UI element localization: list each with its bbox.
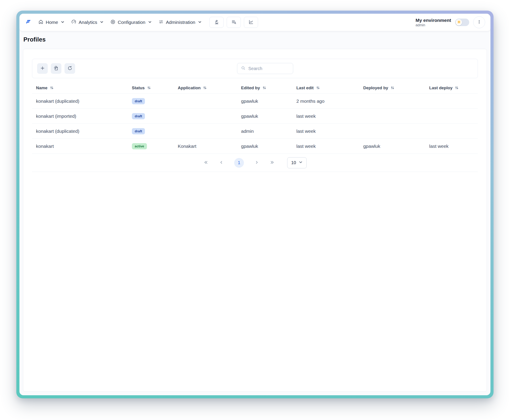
microscope-icon [214,19,219,26]
add-profile-button[interactable] [37,63,48,74]
page-title: Profiles [23,36,487,43]
table-row[interactable]: konakart (duplicated) draft admin last w… [32,124,478,139]
table-toolbar [32,59,478,78]
chevron-down-icon [100,20,104,25]
chevron-left-icon [219,160,224,166]
column-header-application: Application [174,85,237,90]
status-badge: draft [132,98,145,104]
sort-icon[interactable] [455,86,459,90]
pagination: 1 10 [32,154,478,172]
nav-item-label: Home [46,20,58,25]
theme-toggle[interactable] [455,19,469,26]
theme-toggle-knob [456,19,462,25]
cell-status: active [128,143,174,149]
nav-item-configuration[interactable]: Configuration [107,17,155,28]
cell-name: konakart [32,144,128,149]
table-row[interactable]: konakart (duplicated) draft gpawluk 2 mo… [32,94,478,109]
status-badge: draft [132,128,145,134]
sort-icon[interactable] [203,86,207,90]
page-size-select[interactable]: 10 [287,157,307,168]
chevron-right-icon [254,160,259,166]
cell-edited-by: gpawluk [237,98,292,104]
sort-icon[interactable] [390,86,395,90]
nav-item-label: Analytics [79,20,97,25]
table-row[interactable]: konakart (imported) draft gpawluk last w… [32,109,478,124]
chevron-down-icon [299,160,303,165]
plus-icon [40,65,45,72]
cell-last-edit: last week [292,113,359,119]
search-input[interactable] [248,66,289,71]
previous-page-button[interactable] [219,160,224,166]
table-header: Name Status Application Edited by Last e… [32,82,478,94]
cell-last-edit: last week [292,128,359,134]
cell-status: draft [128,98,174,104]
column-header-name: Name [32,85,128,90]
cell-name: konakart (duplicated) [32,98,128,104]
refresh-button[interactable] [65,63,75,74]
last-page-button[interactable] [269,160,275,166]
column-header-edited-by: Edited by [237,85,292,90]
app-window-frame: Home Analytics [16,11,494,398]
more-menu-button[interactable] [473,16,485,28]
cell-status: draft [128,128,174,134]
cell-last-edit: 2 months ago [292,98,359,104]
app-logo[interactable] [25,18,35,27]
nav-right-cluster: My environment admin [416,16,485,28]
import-icon [53,65,59,72]
app-window: Home Analytics [19,14,490,395]
list-search-icon [231,19,237,26]
cell-edited-by: gpawluk [237,113,292,119]
nav-item-administration[interactable]: Administration [155,17,205,28]
audit-query-button[interactable] [227,17,241,28]
table-row[interactable]: konakart active Konakart gpawluk last we… [32,139,478,154]
search-icon [241,66,246,71]
chevron-down-icon [198,20,202,25]
chevron-down-icon [61,20,65,25]
home-icon [38,19,44,26]
kebab-icon [477,19,482,25]
cell-last-deploy: last week [425,144,478,149]
nav-item-label: Configuration [118,20,145,25]
nav-item-label: Administration [166,20,195,25]
refresh-icon [67,65,73,72]
metrics-button[interactable] [244,17,258,28]
sort-icon[interactable] [50,86,54,90]
environment-info: My environment admin [416,17,451,27]
nav-tool-buttons [210,17,258,28]
nav-item-home[interactable]: Home [35,17,68,28]
chevrons-right-icon [269,160,275,166]
column-header-deployed-by: Deployed by [359,85,425,90]
nav-item-analytics[interactable]: Analytics [68,17,107,28]
column-header-last-edit: Last edit [292,85,359,90]
cell-name: konakart (imported) [32,113,128,119]
chevrons-left-icon [203,160,209,166]
cell-status: draft [128,113,174,119]
page-size-value: 10 [291,160,296,165]
line-chart-icon [248,19,254,26]
search-container [237,63,293,74]
column-header-last-deploy: Last deploy [425,85,478,90]
next-page-button[interactable] [254,160,259,166]
import-profile-button[interactable] [51,63,61,74]
chevron-down-icon [148,20,152,25]
gauge-icon [71,19,76,26]
sliders-icon [158,19,164,26]
column-header-status: Status [128,85,174,90]
toolbar-actions [37,63,75,74]
sort-icon[interactable] [262,86,266,90]
inspect-button[interactable] [210,17,224,28]
status-badge: draft [132,113,145,119]
cell-edited-by: admin [237,128,292,134]
first-page-button[interactable] [203,160,209,166]
profiles-panel: Name Status Application Edited by Last e… [23,49,487,392]
main-content: Profiles [19,31,490,395]
sort-icon[interactable] [147,86,151,90]
sort-icon[interactable] [316,86,320,90]
sun-icon [457,20,461,25]
environment-user: admin [416,23,451,27]
cell-application: Konakart [174,144,237,149]
current-page-button[interactable]: 1 [234,158,244,168]
cell-deployed-by: gpawluk [359,144,425,149]
cell-edited-by: gpawluk [237,144,292,149]
status-badge: active [132,143,147,149]
